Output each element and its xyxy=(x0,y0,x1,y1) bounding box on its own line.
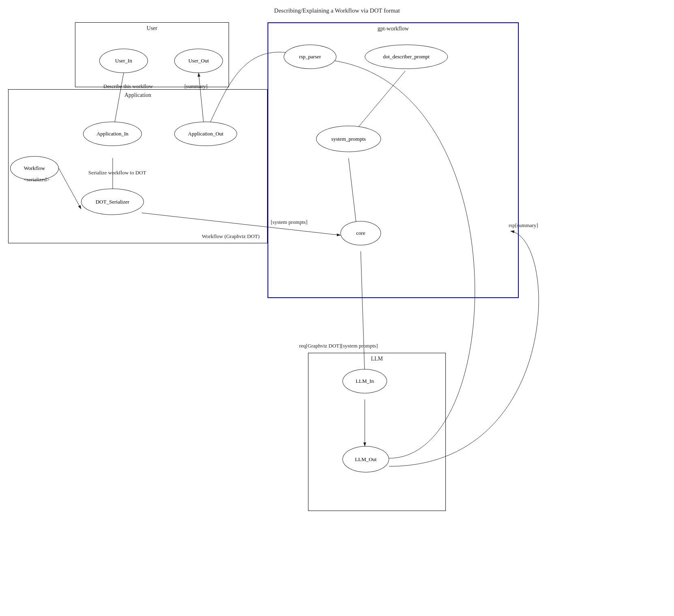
page-title: Describing/Explaining a Workflow via DOT… xyxy=(274,7,400,14)
node-llm-in: LLM_In xyxy=(342,369,387,393)
application-cluster-label: Application xyxy=(9,92,267,99)
edge-label-rsp-summary: rsp[summary] xyxy=(509,222,538,229)
node-application-in: Application_In xyxy=(83,122,142,146)
user-cluster-label: User xyxy=(75,25,229,32)
edge-label-req-graphviz: req[Graphviz DOT][system prompts] xyxy=(299,343,378,349)
node-user-out: User_Out xyxy=(174,49,223,73)
node-system-prompts: system_prompts xyxy=(316,126,381,152)
gpt-workflow-cluster-label: gpt-workflow xyxy=(268,26,518,32)
node-llm-out: LLM_Out xyxy=(342,446,389,472)
edge-label-summary: [summary] xyxy=(184,83,208,90)
node-dot-serializer: DOT_Serializer xyxy=(81,189,144,215)
edge-label-system-prompts: [system prompts] xyxy=(271,219,308,225)
edge-label-serialize-workflow: Serialize workflow to DOT xyxy=(88,170,146,176)
node-rsp-parser: rsp_parser xyxy=(284,45,336,69)
node-user-in: User_In xyxy=(99,49,148,73)
node-core: core xyxy=(340,221,381,245)
node-dot-describer-prompt: dot_describer_prompt xyxy=(365,45,448,69)
edge-label-describe-workflow: Describe this workflow xyxy=(103,83,153,90)
diagram-container: Describing/Explaining a Workflow via DOT… xyxy=(0,0,674,616)
edge-label-workflow-graphviz: Workflow (Graphviz DOT) xyxy=(202,233,260,240)
llm-cluster-label: LLM xyxy=(308,356,445,362)
edge-label-serialized: <serialized> xyxy=(24,176,49,183)
node-application-out: Application_Out xyxy=(174,122,237,146)
